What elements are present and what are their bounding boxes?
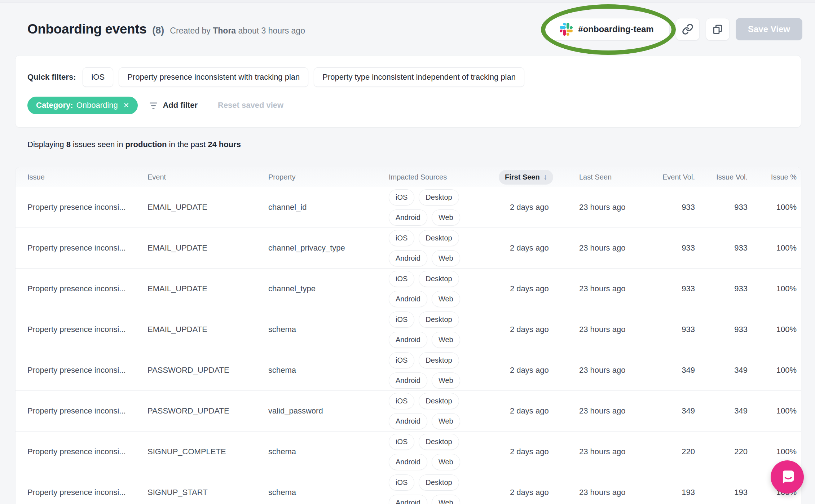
table-row[interactable]: Property presence inconsi... PASSWORD_UP… (16, 350, 801, 391)
table-row[interactable]: Property presence inconsi... PASSWORD_UP… (16, 391, 801, 432)
source-chip: Desktop (419, 311, 459, 328)
created-by-name: Thora (213, 26, 236, 35)
event-vol-cell: 193 (644, 488, 695, 497)
created-by-time: about 3 hours ago (238, 26, 305, 35)
table-row[interactable]: Property presence inconsi... SIGNUP_STAR… (16, 472, 801, 504)
duplicate-view-button[interactable] (706, 18, 730, 40)
property-cell: schema (268, 325, 389, 334)
issue-vol-cell: 933 (695, 203, 748, 212)
sources-cell: iOSDesktopAndroidWeb (389, 434, 505, 470)
event-vol-cell: 933 (644, 284, 695, 293)
event-vol-cell: 349 (644, 406, 695, 416)
remove-filter-icon[interactable]: ✕ (123, 101, 129, 110)
property-cell: schema (268, 488, 389, 497)
table-row[interactable]: Property presence inconsi... EMAIL_UPDAT… (16, 187, 801, 228)
first-seen-label: First Seen (505, 173, 540, 181)
quick-filter-property-type[interactable]: Property type inconsistent independent o… (314, 67, 524, 87)
quick-filter-ios[interactable]: iOS (83, 67, 113, 87)
source-chip: Desktop (419, 230, 459, 246)
results-summary: Displaying 8 issues seen in production i… (27, 140, 241, 149)
issue-cell: Property presence inconsi... (27, 366, 147, 375)
column-header-issue[interactable]: Issue (27, 173, 147, 181)
issue-vol-cell: 220 (695, 447, 748, 456)
filter-lines-icon (149, 101, 158, 110)
column-header-last-seen[interactable]: Last Seen (579, 173, 644, 181)
first-seen-cell: 2 days ago (505, 325, 579, 334)
event-cell: EMAIL_UPDATE (147, 203, 268, 212)
quick-filters-label: Quick filters: (27, 72, 76, 82)
summary-mid2: in the past (169, 140, 206, 149)
source-chip: Web (432, 454, 460, 470)
issue-pct-cell: 100% (748, 406, 797, 416)
property-cell: schema (268, 366, 389, 375)
table-row[interactable]: Property presence inconsi... SIGNUP_COMP… (16, 432, 801, 472)
source-chip: Desktop (419, 434, 459, 450)
event-vol-cell: 933 (644, 203, 695, 212)
save-view-button[interactable]: Save View (736, 18, 802, 40)
copy-icon (712, 23, 723, 35)
issue-cell: Property presence inconsi... (27, 284, 147, 293)
table-row[interactable]: Property presence inconsi... EMAIL_UPDAT… (16, 269, 801, 309)
view-count-badge: (8) (152, 25, 164, 36)
issue-vol-cell: 349 (695, 366, 748, 375)
table-row[interactable]: Property presence inconsi... EMAIL_UPDAT… (16, 228, 801, 269)
sources-cell: iOSDesktopAndroidWeb (389, 393, 505, 429)
source-chip: Web (432, 372, 460, 389)
issue-cell: Property presence inconsi... (27, 488, 147, 497)
source-chip: Web (432, 332, 460, 348)
property-cell: channel_id (268, 203, 389, 212)
active-filters-row: Category: Onboarding ✕ Add filter Reset … (27, 96, 283, 114)
property-cell: channel_privacy_type (268, 243, 389, 253)
first-seen-cell: 2 days ago (505, 488, 579, 497)
column-header-event-vol[interactable]: Event Vol. (644, 173, 695, 181)
first-seen-cell: 2 days ago (505, 406, 579, 416)
reset-saved-view-button[interactable]: Reset saved view (218, 101, 283, 110)
issue-pct-cell: 100% (748, 366, 797, 375)
category-filter-chip[interactable]: Category: Onboarding ✕ (27, 97, 138, 114)
column-header-first-seen[interactable]: First Seen ↓ (505, 170, 579, 185)
category-filter-name: Category: (36, 101, 73, 110)
last-seen-cell: 23 hours ago (579, 406, 644, 416)
quick-filter-property-presence[interactable]: Property presence inconsistent with trac… (119, 67, 308, 87)
source-chip: iOS (389, 230, 414, 246)
sources-cell: iOSDesktopAndroidWeb (389, 189, 505, 226)
column-header-issue-pct[interactable]: Issue % (748, 173, 797, 181)
first-seen-cell: 2 days ago (505, 243, 579, 253)
add-filter-button[interactable]: Add filter (149, 101, 198, 110)
property-cell: schema (268, 447, 389, 456)
filter-panel: Quick filters: iOS Property presence inc… (16, 56, 801, 127)
slack-icon (560, 23, 573, 36)
event-cell: EMAIL_UPDATE (147, 284, 268, 293)
issue-vol-cell: 933 (695, 284, 748, 293)
table-row[interactable]: Property presence inconsi... EMAIL_UPDAT… (16, 309, 801, 350)
column-header-issue-vol[interactable]: Issue Vol. (695, 173, 748, 181)
column-header-event[interactable]: Event (147, 173, 268, 181)
first-seen-cell: 2 days ago (505, 203, 579, 212)
issue-pct-cell: 100% (748, 203, 797, 212)
event-cell: PASSWORD_UPDATE (147, 366, 268, 375)
first-seen-cell: 2 days ago (505, 447, 579, 456)
last-seen-cell: 23 hours ago (579, 447, 644, 456)
source-chip: Web (432, 495, 460, 504)
issue-cell: Property presence inconsi... (27, 447, 147, 456)
sources-cell: iOSDesktopAndroidWeb (389, 352, 505, 389)
issue-cell: Property presence inconsi... (27, 203, 147, 212)
slack-channel-button[interactable]: #onboarding-team (544, 18, 670, 40)
source-chip: Android (389, 332, 427, 348)
first-seen-sort-pill[interactable]: First Seen ↓ (499, 170, 553, 185)
issue-pct-cell: 100% (748, 284, 797, 293)
title-group: Onboarding events (8) Created by Thora a… (27, 22, 305, 37)
source-chip: Desktop (419, 189, 459, 205)
issue-vol-cell: 933 (695, 243, 748, 253)
column-header-property[interactable]: Property (268, 173, 389, 181)
source-chip: Android (389, 495, 427, 504)
chat-widget-button[interactable] (771, 460, 804, 494)
source-chip: Desktop (419, 393, 459, 409)
source-chip: iOS (389, 189, 414, 205)
sources-cell: iOSDesktopAndroidWeb (389, 230, 505, 266)
last-seen-cell: 23 hours ago (579, 243, 644, 253)
copy-link-button[interactable] (676, 18, 700, 40)
issue-cell: Property presence inconsi... (27, 325, 147, 334)
column-header-impacted-sources[interactable]: Impacted Sources (389, 173, 505, 181)
last-seen-cell: 23 hours ago (579, 366, 644, 375)
